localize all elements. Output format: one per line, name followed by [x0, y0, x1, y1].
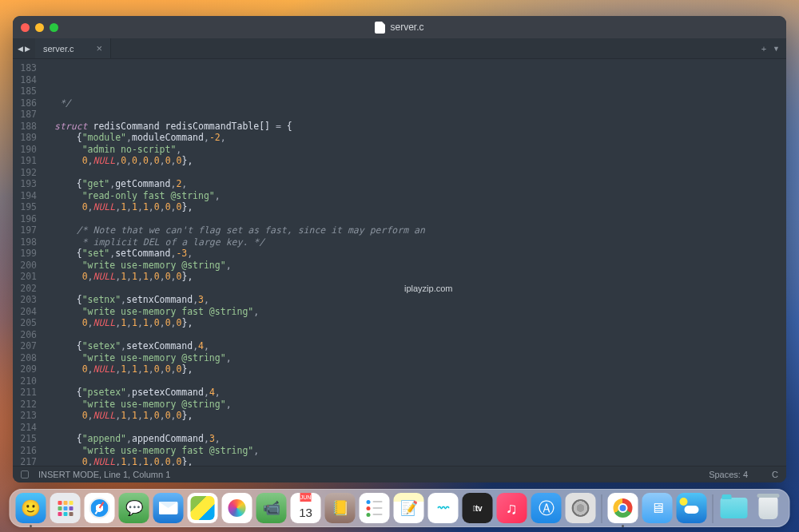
new-tab-icon[interactable]: + [761, 44, 766, 54]
code-editor[interactable]: 1831841851861871881891901911921931941951… [13, 59, 786, 466]
dock-app-generic[interactable]: 🖥 [642, 493, 673, 523]
dock-app-tv[interactable]: tv [463, 493, 493, 523]
back-icon[interactable]: ◀ [18, 45, 23, 53]
dock-app-calendar[interactable]: JUN 13 [291, 493, 321, 523]
dock-app-appstore[interactable]: Ⓐ [531, 493, 562, 523]
dock-app-chrome[interactable] [608, 493, 638, 523]
forward-icon[interactable]: ▶ [25, 45, 30, 53]
dock-app-freeform[interactable]: 〰 [428, 493, 459, 523]
minimize-window-button[interactable] [35, 23, 44, 32]
dock-app-weather[interactable] [677, 493, 707, 523]
panel-toggle-icon[interactable] [21, 470, 29, 478]
dock-app-finder[interactable]: 🙂 [16, 493, 46, 523]
dock-app-safari[interactable] [85, 493, 115, 523]
titlebar[interactable]: server.c [13, 16, 786, 38]
window-title: server.c [13, 22, 786, 34]
dock-app-facetime[interactable]: 📹 [256, 493, 287, 523]
dock-app-reminders[interactable] [360, 493, 390, 523]
dock-app-mail[interactable] [153, 493, 184, 523]
file-icon [375, 22, 385, 34]
dock-app-music[interactable]: ♫ [497, 493, 527, 523]
dock-app-photos[interactable] [222, 493, 252, 523]
close-window-button[interactable] [21, 23, 30, 32]
dock-app-notes[interactable]: 📝 [394, 493, 424, 523]
status-indent[interactable]: Spaces: 4 [709, 470, 748, 479]
dock-separator [602, 494, 602, 523]
tab-dropdown-icon[interactable]: ▼ [773, 45, 780, 53]
window-title-text: server.c [390, 22, 423, 33]
close-tab-icon[interactable]: × [97, 42, 103, 54]
calendar-day: 13 [299, 502, 312, 523]
tab-bar: ◀ ▶ server.c × + ▼ [13, 38, 786, 59]
watermark-text: iplayzip.com [404, 283, 453, 295]
tab-history-nav[interactable]: ◀ ▶ [13, 38, 35, 58]
dock-downloads-folder[interactable] [719, 493, 749, 523]
dock-trash[interactable] [753, 493, 784, 523]
dock-app-launchpad[interactable] [50, 493, 81, 523]
line-number-gutter: 1831841851861871881891901911921931941951… [13, 59, 45, 466]
tab-label: server.c [43, 44, 74, 54]
dock-app-contacts[interactable]: 📒 [325, 493, 356, 523]
calendar-month: JUN [300, 493, 312, 502]
dock-app-settings[interactable] [566, 493, 596, 523]
dock: 🙂 💬 📹 JUN 13 📒 📝 〰 tv ♫ Ⓐ 🖥 [10, 489, 790, 527]
editor-window: server.c ◀ ▶ server.c × + ▼ 183184185186… [13, 16, 786, 482]
status-syntax[interactable]: C [772, 470, 778, 479]
code-area[interactable]: iplayzip.com */ struct redisCommand redi… [45, 59, 786, 466]
zoom-window-button[interactable] [50, 23, 58, 32]
status-bar: INSERT MODE, Line 1, Column 1 Spaces: 4 … [13, 466, 786, 482]
dock-separator-2 [713, 494, 714, 523]
traffic-lights [21, 23, 58, 32]
dock-app-maps[interactable] [188, 493, 218, 523]
dock-app-messages[interactable]: 💬 [119, 493, 149, 523]
tab-server-c[interactable]: server.c × [35, 38, 111, 58]
status-mode[interactable]: INSERT MODE, Line 1, Column 1 [38, 470, 170, 479]
